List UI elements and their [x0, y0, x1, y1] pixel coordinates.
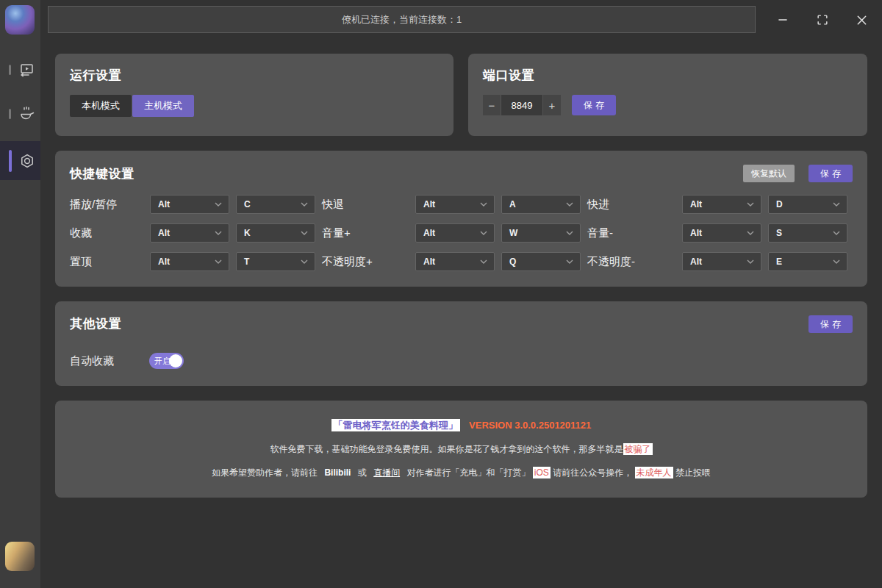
auto-favorite-toggle[interactable]: 开启 — [149, 353, 184, 369]
chevron-down-icon — [747, 231, 754, 235]
port-save-button[interactable]: 保存 — [572, 95, 616, 115]
hotkey-settings-panel: 快捷键设置 恢复默认 保存 播放/暂停 Alt C 快退 Alt A 快进 Al… — [55, 151, 867, 287]
run-settings-panel: 运行设置 本机模式 主机模式 — [55, 54, 453, 136]
chevron-down-icon — [215, 202, 222, 207]
chevron-down-icon — [480, 231, 487, 235]
close-button[interactable] — [851, 10, 872, 29]
run-mode-segment: 本机模式 主机模式 — [70, 95, 439, 117]
settings-gear-icon — [18, 152, 36, 170]
port-increase-button[interactable]: + — [543, 95, 561, 115]
ios-highlight: iOS — [533, 467, 551, 478]
disclaimer-line: 软件免费下载，基础功能免登录免费使用。如果你是花了钱才拿到的这个软件，那多半就是… — [55, 442, 867, 456]
toggle-state-label: 开启 — [154, 356, 171, 367]
hotkey-volume-down-key-select[interactable]: S — [768, 223, 847, 243]
hotkey-label-volume-up: 音量+ — [322, 226, 409, 240]
sidebar-item-settings[interactable] — [0, 141, 40, 180]
minimize-button[interactable] — [772, 10, 793, 29]
nav-active-indicator — [9, 150, 12, 172]
hotkey-opacity-down-mod-select[interactable]: Alt — [682, 252, 761, 271]
app-avatar[interactable] — [5, 5, 35, 35]
titlebar[interactable]: 僚机已连接，当前连接数：1 — [48, 6, 756, 33]
chevron-down-icon — [747, 202, 754, 207]
hotkey-volume-down-mod-select[interactable]: Alt — [682, 223, 761, 243]
hotkey-volume-up-key-select[interactable]: W — [501, 223, 581, 243]
cooking-pan-icon — [18, 105, 35, 123]
hotkey-play-pause-mod-select[interactable]: Alt — [150, 195, 229, 214]
port-decrease-button[interactable]: − — [483, 95, 501, 115]
version-text: VERSION 3.0.0.2501201121 — [469, 420, 591, 431]
chevron-down-icon — [566, 202, 573, 207]
sidebar-item-cooking[interactable] — [0, 103, 40, 125]
sidebar-item-player[interactable] — [0, 59, 40, 81]
hotkey-label-rewind: 快退 — [322, 198, 409, 212]
chevron-down-icon — [215, 231, 222, 235]
hotkeys-save-button[interactable]: 保存 — [808, 165, 853, 182]
auto-favorite-label: 自动收藏 — [70, 354, 149, 368]
hotkey-rewind-key-select[interactable]: A — [501, 195, 581, 214]
hotkey-label-pin-top: 置顶 — [70, 255, 143, 269]
chevron-down-icon — [215, 259, 222, 264]
hotkey-rewind-mod-select[interactable]: Alt — [415, 195, 495, 214]
minor-highlight: 未成年人 — [635, 467, 673, 478]
port-settings-title: 端口设置 — [483, 67, 853, 84]
chevron-down-icon — [301, 231, 308, 235]
chevron-down-icon — [301, 259, 308, 264]
restore-defaults-button[interactable]: 恢复默认 — [743, 165, 795, 182]
hotkey-label-forward: 快进 — [587, 198, 675, 212]
app-title-line: 「雷电将军烹饪的美食料理」 VERSION 3.0.0.2501201121 — [55, 419, 867, 432]
chevron-down-icon — [747, 259, 754, 264]
hotkey-label-play-pause: 播放/暂停 — [70, 198, 143, 212]
maximize-icon — [816, 13, 829, 26]
run-settings-title: 运行设置 — [70, 67, 439, 84]
port-stepper: − 8849 + 保存 — [483, 95, 853, 115]
hotkey-grid: 播放/暂停 Alt C 快退 Alt A 快进 Alt D 收藏 Alt K 音… — [70, 195, 853, 271]
hotkey-label-opacity-down: 不透明度- — [587, 255, 675, 269]
hotkey-opacity-up-mod-select[interactable]: Alt — [415, 252, 495, 271]
donate-line: 如果希望赞助作者，请前往 Bilibili 或 直播间 对作者进行「充电」和「打… — [55, 466, 867, 479]
hotkey-pin-top-mod-select[interactable]: Alt — [150, 252, 229, 271]
port-value[interactable]: 8849 — [501, 95, 542, 115]
app-name-badge: 「雷电将军烹饪的美食料理」 — [331, 419, 460, 431]
minimize-icon — [777, 14, 789, 26]
hotkey-opacity-up-key-select[interactable]: Q — [501, 252, 581, 271]
close-icon — [856, 14, 868, 26]
hotkey-favorite-key-select[interactable]: K — [236, 223, 315, 243]
chevron-down-icon — [480, 202, 487, 207]
live-room-link[interactable]: 直播间 — [373, 467, 400, 478]
user-avatar[interactable] — [5, 542, 35, 571]
nav-indicator — [9, 65, 11, 75]
hotkey-volume-up-mod-select[interactable]: Alt — [415, 223, 495, 243]
chevron-down-icon — [566, 259, 573, 264]
hotkey-opacity-down-key-select[interactable]: E — [768, 252, 847, 271]
maximize-button[interactable] — [812, 10, 833, 29]
hotkey-label-volume-down: 音量- — [587, 226, 675, 240]
hotkey-settings-title: 快捷键设置 — [70, 165, 743, 182]
hotkey-favorite-mod-select[interactable]: Alt — [150, 223, 229, 243]
chevron-down-icon — [833, 259, 840, 264]
bilibili-link[interactable]: Bilibili — [324, 467, 351, 478]
hotkey-play-pause-key-select[interactable]: C — [236, 195, 315, 214]
screen-cast-icon — [18, 61, 35, 79]
chevron-down-icon — [301, 202, 308, 207]
hotkey-forward-key-select[interactable]: D — [768, 195, 847, 214]
hotkey-label-opacity-up: 不透明度+ — [322, 255, 409, 269]
hotkey-pin-top-key-select[interactable]: T — [236, 252, 315, 271]
chevron-down-icon — [480, 259, 487, 264]
toggle-knob — [169, 354, 182, 368]
other-settings-title: 其他设置 — [70, 315, 121, 332]
connection-status-text: 僚机已连接，当前连接数：1 — [342, 13, 462, 26]
scam-warning-highlight: 被骗了 — [623, 443, 653, 455]
nav-indicator — [9, 109, 11, 119]
other-settings-panel: 其他设置 保存 自动收藏 开启 — [55, 301, 867, 386]
chevron-down-icon — [833, 202, 840, 207]
host-mode-button[interactable]: 主机模式 — [132, 95, 194, 117]
chevron-down-icon — [833, 231, 840, 235]
port-settings-panel: 端口设置 − 8849 + 保存 — [468, 54, 867, 136]
hotkey-forward-mod-select[interactable]: Alt — [682, 195, 761, 214]
hotkey-label-favorite: 收藏 — [70, 226, 143, 240]
sidebar — [0, 0, 40, 588]
other-save-button[interactable]: 保存 — [808, 315, 853, 333]
local-mode-button[interactable]: 本机模式 — [70, 95, 132, 117]
chevron-down-icon — [566, 231, 573, 235]
about-panel: 「雷电将军烹饪的美食料理」 VERSION 3.0.0.2501201121 软… — [55, 401, 867, 498]
